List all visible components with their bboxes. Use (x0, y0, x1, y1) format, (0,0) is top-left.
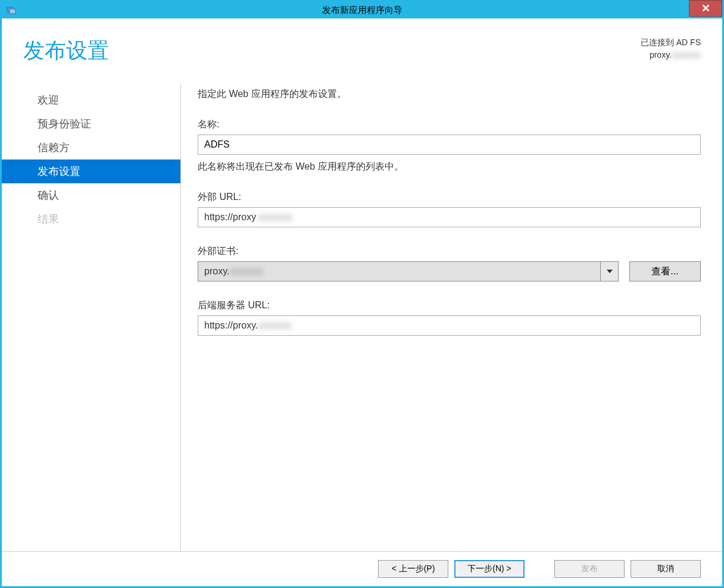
external-cert-value: proxy.xxxxxxx (198, 261, 601, 282)
external-url-label: 外部 URL: (198, 191, 701, 204)
page-heading: 发布设置 (23, 36, 109, 65)
external-cert-select[interactable]: proxy.xxxxxxx (198, 261, 619, 282)
wizard-steps-sidebar: 欢迎 预身份验证 信赖方 发布设置 确认 结果 (2, 83, 180, 551)
name-input[interactable] (198, 135, 701, 155)
view-cert-button[interactable]: 查看... (629, 261, 701, 282)
titlebar: 发布新应用程序向导 ✕ (2, 2, 722, 18)
close-icon: ✕ (701, 2, 710, 15)
instruction-text: 指定此 Web 应用程序的发布设置。 (198, 88, 701, 101)
vertical-divider (180, 83, 181, 551)
external-cert-label: 外部证书: (198, 245, 701, 258)
backend-url-input[interactable]: https://proxy.xxxxxxx (198, 315, 701, 336)
name-help-text: 此名称将出现在已发布 Web 应用程序的列表中。 (198, 161, 701, 173)
cancel-button[interactable]: 取消 (631, 560, 701, 578)
sidebar-item-welcome[interactable]: 欢迎 (2, 88, 180, 112)
status-line2: proxy.xxxxxxx (641, 49, 701, 61)
publish-button: 发布 (554, 560, 625, 578)
sidebar-item-relying-party[interactable]: 信赖方 (2, 136, 180, 159)
name-label: 名称: (198, 118, 701, 131)
status-line1: 已连接到 AD FS (641, 36, 701, 49)
previous-button[interactable]: < 上一步(P) (378, 560, 448, 578)
external-url-input[interactable]: https://proxy.xxxxxxx (198, 207, 701, 227)
sidebar-item-preauth[interactable]: 预身份验证 (2, 112, 180, 136)
close-button[interactable]: ✕ (689, 0, 722, 17)
sidebar-item-confirm[interactable]: 确认 (2, 183, 180, 207)
svg-rect-1 (10, 9, 15, 14)
dropdown-arrow-icon[interactable] (601, 261, 619, 282)
connection-status: 已连接到 AD FS proxy.xxxxxxx (641, 36, 701, 61)
body: 欢迎 预身份验证 信赖方 发布设置 确认 结果 指定此 Web 应用程序的发布设… (2, 71, 722, 551)
backend-url-label: 后端服务器 URL: (198, 299, 701, 312)
content-pane: 指定此 Web 应用程序的发布设置。 名称: 此名称将出现在已发布 Web 应用… (198, 83, 701, 551)
next-button[interactable]: 下一步(N) > (454, 560, 525, 578)
wizard-window: 发布新应用程序向导 ✕ 发布设置 已连接到 AD FS proxy.xxxxxx… (0, 0, 724, 588)
header: 发布设置 已连接到 AD FS proxy.xxxxxxx (2, 18, 722, 71)
footer: < 上一步(P) 下一步(N) > 发布 取消 (2, 551, 722, 586)
sidebar-item-results: 结果 (2, 207, 180, 231)
window-title: 发布新应用程序向导 (322, 5, 402, 16)
app-icon (5, 4, 17, 16)
sidebar-item-publish-settings[interactable]: 发布设置 (2, 159, 180, 183)
